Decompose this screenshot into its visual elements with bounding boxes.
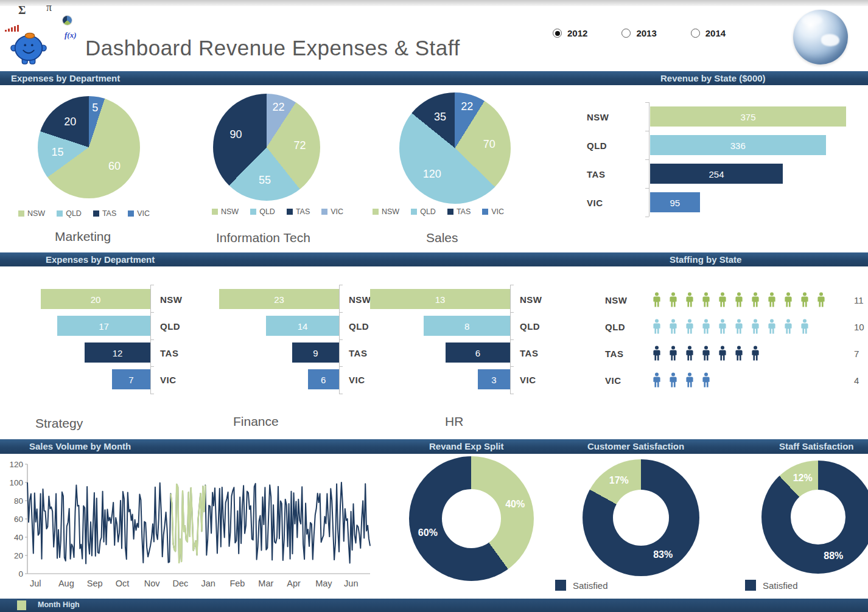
bar-vic: 3	[478, 369, 510, 389]
legend-swatch	[411, 209, 417, 215]
legend-item: QLD	[57, 209, 82, 218]
chart-title-information-tech: Information Tech	[216, 231, 310, 245]
bar-tas: 6	[446, 343, 510, 363]
donut-chart-customer-satisfaction: 83%17%	[583, 459, 699, 576]
person-icon	[685, 292, 694, 310]
bar-category-label: TAS	[160, 347, 178, 358]
bar-value-label: 336	[650, 140, 826, 150]
svg-text:40: 40	[14, 533, 23, 542]
pie-value-label: 20	[64, 115, 76, 128]
section-bar-3: Sales Volume by Month Revand Exp Split C…	[0, 439, 868, 454]
section-title-customer-satisfaction: Customer Satisfaction	[587, 439, 684, 453]
pie-value-label: 70	[483, 137, 495, 150]
donut-hole	[442, 489, 500, 548]
bar-value-label: 17	[57, 321, 150, 331]
month-high-label: Month High	[38, 600, 80, 609]
legend-label: VIC	[331, 207, 343, 216]
pie-value-label: 15	[52, 146, 64, 159]
bar-value-label: 254	[650, 169, 783, 179]
bar-category-label: VIC	[349, 374, 365, 384]
donut-hole	[791, 490, 845, 544]
person-icon	[718, 346, 727, 363]
legend-item: VIC	[321, 207, 343, 216]
person-icon	[669, 292, 677, 310]
section-title-staffing-by-state: Staffing by State	[670, 252, 741, 266]
radio-icon[interactable]	[691, 29, 700, 38]
bar-value-label: 375	[650, 111, 846, 122]
pie-value-label: 120	[423, 167, 441, 180]
radio-selected-icon[interactable]	[553, 29, 562, 38]
bar-value-label: 7	[112, 374, 150, 384]
radio-icon[interactable]	[621, 29, 631, 38]
bar-category-label: VIC	[587, 197, 603, 207]
legend-swatch	[250, 209, 256, 215]
picto-count: 4	[854, 375, 859, 386]
line-chart-sales-volume: 020406080100120JulAugSepOctNovDecJanFebM…	[5, 455, 397, 598]
axis-tick	[510, 285, 514, 285]
person-icon	[751, 346, 760, 363]
bar-tas: 254	[650, 164, 783, 184]
bar-value-label: 6	[308, 374, 339, 384]
person-icon	[669, 319, 677, 336]
chart-title-marketing: Marketing	[55, 229, 111, 244]
legend-label: TAS	[296, 207, 310, 216]
legend-label: QLD	[420, 207, 436, 216]
svg-text:Nov: Nov	[144, 579, 161, 588]
legend-customer-satisfied: Satisfied	[555, 580, 608, 591]
year-radio-2013[interactable]: 2013	[621, 28, 656, 38]
bar-nsw: 20	[41, 289, 150, 309]
legend-item: VIC	[482, 207, 504, 216]
bar-value-label: 6	[446, 347, 510, 358]
pie-value-label: 22	[273, 101, 285, 114]
year-label: 2012	[567, 28, 587, 38]
bar-nsw: 23	[219, 289, 339, 309]
picto-category-label: VIC	[605, 375, 621, 386]
section-title-staff-satisfaction: Staff Satisfaction	[779, 439, 854, 453]
legend-swatch	[128, 210, 134, 217]
section-title-revenue-by-state: Revenue by State ($000)	[660, 71, 766, 85]
bar-vic: 95	[650, 192, 700, 212]
legend-label: QLD	[66, 209, 82, 218]
person-icon	[718, 292, 727, 310]
bar-tas: 9	[292, 343, 339, 363]
axis-tick	[150, 285, 154, 285]
chart-title-finance: Finance	[233, 414, 279, 429]
bar-value-label: 9	[292, 347, 339, 358]
bar-value-label: 8	[424, 321, 510, 331]
legend-label: TAS	[457, 207, 471, 216]
section-bar-2: Expenses by Department Staffing by State	[0, 252, 868, 266]
pie-value-label: 55	[259, 174, 271, 187]
legend-item: NSW	[212, 207, 239, 216]
svg-text:May: May	[315, 579, 332, 588]
year-radio-2012[interactable]: 2012	[553, 28, 587, 38]
axis-tick	[510, 312, 514, 313]
bar-nsw: 375	[650, 106, 846, 127]
bar-qld: 336	[650, 135, 826, 155]
legend-label: NSW	[221, 207, 239, 216]
picto-count: 7	[854, 349, 859, 359]
axis-tick	[339, 285, 343, 285]
pie-value-label: 60	[108, 159, 121, 172]
donut-value-label: 83%	[653, 549, 673, 560]
svg-text:Mar: Mar	[258, 579, 273, 588]
bar-category-label: QLD	[587, 140, 607, 150]
donut-chart-revand-exp-split: 40%60%	[409, 456, 534, 581]
pie-value-label: 35	[434, 111, 446, 123]
svg-text:0: 0	[18, 569, 23, 579]
person-icon	[735, 319, 743, 336]
person-icon	[653, 319, 661, 336]
person-icon	[735, 346, 743, 363]
svg-text:Jun: Jun	[344, 579, 358, 588]
legend-label: VIC	[491, 207, 504, 216]
bar-category-label: TAS	[520, 347, 538, 358]
svg-text:Jul: Jul	[30, 579, 41, 588]
svg-text:20: 20	[14, 551, 23, 560]
donut-value-label: 60%	[418, 527, 438, 538]
person-icon	[653, 372, 661, 390]
pictograph-staffing-by-state: NSW11QLD10TAS7VIC4	[584, 287, 868, 403]
legend-swatch	[447, 209, 453, 215]
svg-text:100: 100	[9, 478, 23, 487]
year-radio-2014[interactable]: 2014	[691, 28, 726, 38]
person-icon	[784, 319, 793, 336]
axis-tick	[510, 366, 514, 367]
